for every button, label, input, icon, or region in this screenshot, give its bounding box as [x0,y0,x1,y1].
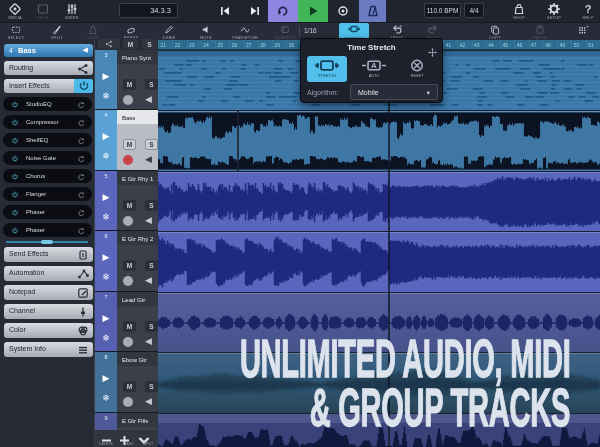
svg-text:A: A [371,61,377,70]
svg-text:+: + [587,24,589,29]
svg-text:?: ? [585,3,592,15]
